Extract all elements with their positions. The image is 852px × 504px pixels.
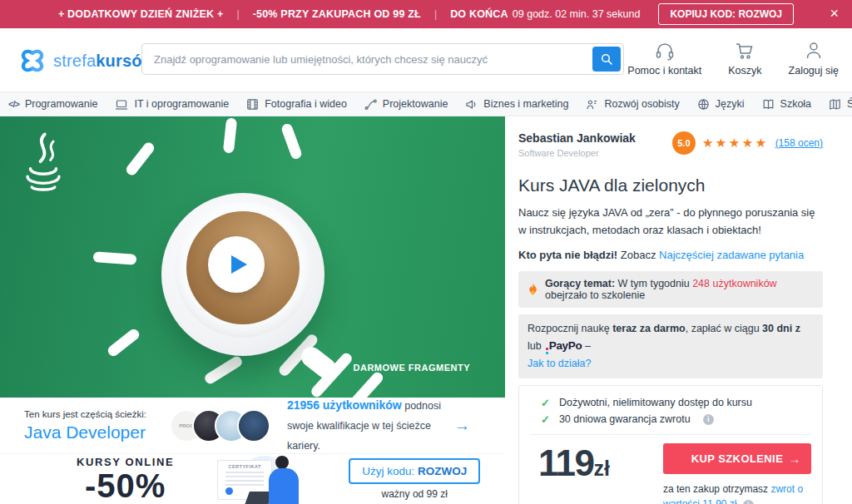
info-icon[interactable]: i <box>743 500 754 504</box>
nav-item-projektowanie[interactable]: Projektowanie <box>364 98 448 111</box>
faq-bold-text: Kto pyta nie błądzi! <box>518 249 617 261</box>
course-video-preview[interactable]: DARMOWE FRAGMENTY <box>0 116 505 398</box>
page: + DODATKOWY DZIEŃ ZNIŻEK + | -50% PRZY Z… <box>0 0 852 504</box>
career-path-row: Ten kurs jest częścią ścieżki: Java Deve… <box>0 398 505 453</box>
nav-item-it-i-oprogramowanie[interactable]: IT i oprogramowanie <box>115 98 229 111</box>
user-icon <box>803 40 825 62</box>
buy-course-button[interactable]: KUP SZKOLENIE → <box>663 443 811 474</box>
faq-link[interactable]: Najczęściej zadawane pytania <box>659 249 804 261</box>
pen-tool-icon <box>364 98 377 111</box>
check-icon: ✓ <box>541 413 550 426</box>
path-users-text: 21956 użytkowników podnosi swoje kwalifi… <box>287 394 454 456</box>
rating-block: 5.0 ★★★★★ (158 ocen) <box>672 131 823 155</box>
benefit-text: Dożywotni, nielimitowany dostęp do kursu <box>559 397 752 408</box>
reviews-link[interactable]: (158 ocen) <box>775 137 823 149</box>
header-actions: Pomoc i kontakt Koszyk <box>627 40 839 77</box>
cart-icon <box>734 40 755 62</box>
countdown-value: 09 godz. 02 min. 37 sekund <box>513 8 641 20</box>
ray-decoration <box>223 117 237 153</box>
career-path-link[interactable]: Java Developer <box>24 422 165 442</box>
play-button[interactable] <box>208 236 265 293</box>
paypo-bold-days: 30 dni z <box>762 323 800 334</box>
headset-icon <box>654 40 676 62</box>
hot-topic-count: 248 użytkowników <box>692 278 776 289</box>
instructor-name: Sebastian Jankowiak <box>518 131 636 145</box>
ray-decoration <box>93 251 137 265</box>
check-icon: ✓ <box>541 397 550 409</box>
benefit-text: 30 dniowa gwarancja zwrotu <box>559 413 691 425</box>
nav-item-fotografia-i-wideo[interactable]: Fotografia i wideo <box>246 98 347 111</box>
ray-decoration <box>344 370 384 398</box>
course-price: 119zł <box>538 445 610 482</box>
laptop-icon <box>115 98 128 111</box>
login-button[interactable]: Zaloguj się <box>789 40 839 77</box>
nav-label: Projektowanie <box>383 98 448 110</box>
users-rest-text: swoje kwalifikacje w tej ścieżce kariery… <box>287 420 431 452</box>
nav-item-biznes-i-marketing[interactable]: Biznes i marketing <box>465 98 568 111</box>
close-icon[interactable]: × <box>830 6 839 21</box>
help-contact-button[interactable]: Pomoc i kontakt <box>627 40 701 77</box>
nav-item-szkola[interactable]: Szkoła <box>762 98 812 111</box>
nav-item-sciezki-kariery[interactable]: Ścieżki kariery <box>829 98 852 111</box>
rating-badge: 5.0 <box>672 131 696 155</box>
countdown-label: DO KOŃCA <box>450 8 508 20</box>
ray-decoration <box>203 354 244 386</box>
users-mid-text: podnosi <box>404 400 441 412</box>
map-icon <box>829 98 841 111</box>
path-arrow-button[interactable]: → <box>454 417 470 435</box>
cart-button[interactable]: Koszyk <box>728 40 761 77</box>
copy-code-button[interactable]: KOPIUJ KOD: ROZWOJ <box>658 3 794 25</box>
nav-label: Języki <box>716 98 745 110</box>
certificate-title: CERTYFIKAT <box>218 464 271 469</box>
course-details-panel: Sebastian Jankowiak Software Developer 5… <box>518 116 823 504</box>
search-button[interactable] <box>592 47 621 72</box>
instructor-row: Sebastian Jankowiak Software Developer 5… <box>518 131 823 158</box>
info-icon[interactable]: i <box>703 414 714 425</box>
coffee-surface <box>186 211 300 324</box>
hot-topic-post: obejrzało to szkolenie <box>545 289 645 301</box>
paypo-logo-dots <box>546 348 548 354</box>
search-input[interactable] <box>142 44 623 74</box>
users-count: 21956 użytkowników <box>287 398 402 412</box>
search-bar <box>141 43 624 75</box>
benefit-item: ✓ 30 dniowa gwarancja zwrotu i <box>530 411 811 427</box>
person-head <box>275 456 289 469</box>
cart-label: Koszyk <box>728 65 761 77</box>
avatar <box>237 409 270 442</box>
flame-icon <box>528 283 538 295</box>
site-header: strefakursów <box>0 28 852 91</box>
certificate-text-line <box>225 484 264 486</box>
banner-countdown: DO KOŃCA 09 godz. 02 min. 37 sekund <box>450 8 640 20</box>
buy-column: KUP SZKOLENIE → za ten zakup otrzymasz z… <box>663 443 811 504</box>
nav-item-programowanie[interactable]: </> Programowanie <box>8 98 97 110</box>
how-it-works-link[interactable]: Jak to działa? <box>528 358 591 369</box>
instructor-block: Sebastian Jankowiak Software Developer <box>518 131 636 158</box>
hot-topic-box: Gorący temat: W tym tygodniu 248 użytkow… <box>518 271 823 308</box>
film-icon <box>246 98 259 111</box>
globe-icon <box>697 98 710 111</box>
career-path-label: Ten kurs jest częścią ścieżki: <box>24 409 165 419</box>
nav-label: Rozwój osobisty <box>604 98 679 110</box>
medal-icon <box>225 487 233 495</box>
ray-decoration <box>124 141 156 177</box>
paypo-text-pre: Rozpocznij naukę <box>528 323 610 334</box>
java-logo-icon <box>22 131 65 203</box>
divider <box>530 434 811 435</box>
cashback-pre-text: za ten zakup otrzymasz <box>663 483 768 495</box>
hot-topic-pre: W tym tygodniu <box>618 278 690 289</box>
code-validity-note: ważny od 99 zł <box>349 488 480 500</box>
book-icon <box>762 98 775 111</box>
logo-knot-icon <box>18 47 47 75</box>
logo-text: strefakursów <box>53 52 155 71</box>
nav-item-rozwoj-osobisty[interactable]: Rozwój osobisty <box>586 98 679 111</box>
nav-item-jezyki[interactable]: Języki <box>697 98 745 111</box>
promo-code-block: Użyj kodu: ROZWOJ ważny od 99 zł <box>349 458 480 500</box>
paypo-logo: PayPo <box>549 339 582 352</box>
category-nav: </> Programowanie IT i oprogramowanie Fo… <box>0 91 852 116</box>
discount-line1: KURSY ONLINE <box>77 457 174 467</box>
footer-promo-row: KURSY ONLINE -50% CERTYFIKAT Użyj kodu: … <box>0 453 505 504</box>
site-logo[interactable]: strefakursów <box>18 47 155 75</box>
nav-label: Programowanie <box>25 98 98 110</box>
use-code-button[interactable]: Użyj kodu: ROZWOJ <box>349 458 480 484</box>
nav-label: Szkoła <box>780 98 812 110</box>
